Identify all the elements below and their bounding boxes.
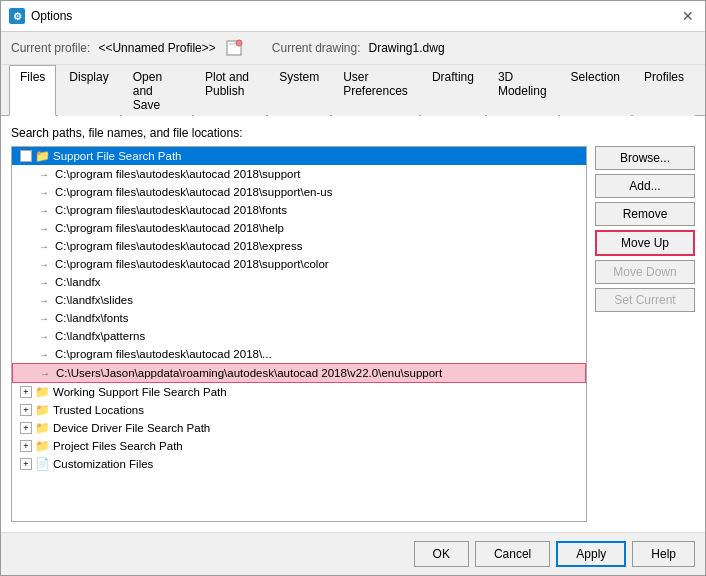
tree-item-path10[interactable]: → C:\landfx\patterns xyxy=(12,327,586,345)
folder-icon: 📁 xyxy=(34,438,50,454)
tab-system[interactable]: System xyxy=(268,65,330,116)
drawing-label: Current drawing: xyxy=(272,41,361,55)
tab-display[interactable]: Display xyxy=(58,65,119,116)
tree-item-path7[interactable]: → C:\landfx xyxy=(12,273,586,291)
options-window: ⚙ Options ✕ Current profile: <<Unnamed P… xyxy=(0,0,706,576)
add-button[interactable]: Add... xyxy=(595,174,695,198)
tree-item-label: C:\program files\autodesk\autocad 2018\e… xyxy=(55,240,302,252)
tree-item-label: C:\program files\autodesk\autocad 2018\s… xyxy=(55,258,329,270)
main-area: − 📁 Support File Search Path → C:\progra… xyxy=(11,146,695,522)
tree-item-path-highlighted[interactable]: → C:\Users\Jason\appdata\roaming\autodes… xyxy=(12,363,586,383)
expand-icon[interactable]: + xyxy=(20,404,32,416)
tree-item-label: C:\landfx\patterns xyxy=(55,330,145,342)
tree-item-label: C:\program files\autodesk\autocad 2018\f… xyxy=(55,204,287,216)
tab-open-save[interactable]: Open and Save xyxy=(122,65,192,116)
arrow-icon: → xyxy=(36,184,52,200)
file-icon: 📄 xyxy=(34,456,50,472)
arrow-icon: → xyxy=(36,220,52,236)
move-up-button[interactable]: Move Up xyxy=(595,230,695,256)
tree-item-path3[interactable]: → C:\program files\autodesk\autocad 2018… xyxy=(12,201,586,219)
tree-item-trusted[interactable]: + 📁 Trusted Locations xyxy=(12,401,586,419)
tree-item-project-files[interactable]: + 📁 Project Files Search Path xyxy=(12,437,586,455)
apply-button[interactable]: Apply xyxy=(556,541,626,567)
profile-label: Current profile: xyxy=(11,41,90,55)
tab-plot-publish[interactable]: Plot and Publish xyxy=(194,65,266,116)
arrow-icon: → xyxy=(36,202,52,218)
tree-container[interactable]: − 📁 Support File Search Path → C:\progra… xyxy=(11,146,587,522)
drawing-value: Drawing1.dwg xyxy=(369,41,445,55)
tab-selection[interactable]: Selection xyxy=(560,65,631,116)
app-icon: ⚙ xyxy=(9,8,25,24)
arrow-icon: → xyxy=(36,274,52,290)
expand-icon[interactable]: + xyxy=(20,440,32,452)
ok-button[interactable]: OK xyxy=(414,541,469,567)
tree-item-working-support[interactable]: + 📁 Working Support File Search Path xyxy=(12,383,586,401)
arrow-icon: → xyxy=(36,346,52,362)
tree-item-label: Working Support File Search Path xyxy=(53,386,227,398)
tree-item-path8[interactable]: → C:\landfx\slides xyxy=(12,291,586,309)
tree-item-label: C:\Users\Jason\appdata\roaming\autodesk\… xyxy=(56,367,442,379)
tab-files[interactable]: Files xyxy=(9,65,56,116)
tab-user-prefs[interactable]: User Preferences xyxy=(332,65,419,116)
svg-point-2 xyxy=(236,40,242,46)
tree-item-path4[interactable]: → C:\program files\autodesk\autocad 2018… xyxy=(12,219,586,237)
tree-item-label: C:\program files\autodesk\autocad 2018\s… xyxy=(55,186,332,198)
tree-item-label: C:\program files\autodesk\autocad 2018\s… xyxy=(55,168,300,180)
folder-icon: 📁 xyxy=(34,402,50,418)
expand-icon[interactable]: + xyxy=(20,386,32,398)
tree-item-path5[interactable]: → C:\program files\autodesk\autocad 2018… xyxy=(12,237,586,255)
tree-item-label: C:\landfx\slides xyxy=(55,294,133,306)
tabs-bar: Files Display Open and Save Plot and Pub… xyxy=(1,65,705,116)
tree-item-support-root[interactable]: − 📁 Support File Search Path xyxy=(12,147,586,165)
expand-icon[interactable]: + xyxy=(20,458,32,470)
tab-drafting[interactable]: Drafting xyxy=(421,65,485,116)
tab-3d-modeling[interactable]: 3D Modeling xyxy=(487,65,558,116)
arrow-icon: → xyxy=(36,310,52,326)
tree-item-customization[interactable]: + 📄 Customization Files xyxy=(12,455,586,473)
tree-item-label: Customization Files xyxy=(53,458,153,470)
footer: OK Cancel Apply Help xyxy=(1,532,705,575)
main-content: Search paths, file names, and file locat… xyxy=(1,116,705,532)
tree-item-path2[interactable]: → C:\program files\autodesk\autocad 2018… xyxy=(12,183,586,201)
help-button[interactable]: Help xyxy=(632,541,695,567)
arrow-icon: → xyxy=(36,292,52,308)
arrow-icon: → xyxy=(37,365,53,381)
arrow-icon: → xyxy=(36,256,52,272)
tree-item-label: Project Files Search Path xyxy=(53,440,183,452)
folder-icon: 📁 xyxy=(34,148,50,164)
tree-item-path6[interactable]: → C:\program files\autodesk\autocad 2018… xyxy=(12,255,586,273)
arrow-icon: → xyxy=(36,166,52,182)
window-title: Options xyxy=(31,9,72,23)
tree-item-device-driver[interactable]: + 📁 Device Driver File Search Path xyxy=(12,419,586,437)
tree-item-label: C:\landfx xyxy=(55,276,100,288)
close-button[interactable]: ✕ xyxy=(679,7,697,25)
tree-item-path1[interactable]: → C:\program files\autodesk\autocad 2018… xyxy=(12,165,586,183)
cancel-button[interactable]: Cancel xyxy=(475,541,550,567)
expand-icon[interactable]: + xyxy=(20,422,32,434)
tab-profiles[interactable]: Profiles xyxy=(633,65,695,116)
title-bar: ⚙ Options ✕ xyxy=(1,1,705,32)
arrow-icon: → xyxy=(36,328,52,344)
tree-item-label: Support File Search Path xyxy=(53,150,182,162)
tree-item-label: Trusted Locations xyxy=(53,404,144,416)
browse-button[interactable]: Browse... xyxy=(595,146,695,170)
move-down-button[interactable]: Move Down xyxy=(595,260,695,284)
folder-icon: 📁 xyxy=(34,420,50,436)
tree-item-label: C:\landfx\fonts xyxy=(55,312,129,324)
tree-item-label: C:\program files\autodesk\autocad 2018\h… xyxy=(55,222,284,234)
buttons-panel: Browse... Add... Remove Move Up Move Dow… xyxy=(595,146,695,522)
section-label: Search paths, file names, and file locat… xyxy=(11,126,695,140)
set-current-button[interactable]: Set Current xyxy=(595,288,695,312)
tree-item-label: Device Driver File Search Path xyxy=(53,422,210,434)
folder-icon: 📁 xyxy=(34,384,50,400)
title-bar-left: ⚙ Options xyxy=(9,8,72,24)
tree-item-label: C:\program files\autodesk\autocad 2018\.… xyxy=(55,348,272,360)
remove-button[interactable]: Remove xyxy=(595,202,695,226)
tree-item-path11[interactable]: → C:\program files\autodesk\autocad 2018… xyxy=(12,345,586,363)
expand-icon[interactable]: − xyxy=(20,150,32,162)
arrow-icon: → xyxy=(36,238,52,254)
tree-item-path9[interactable]: → C:\landfx\fonts xyxy=(12,309,586,327)
profile-value: <<Unnamed Profile>> xyxy=(98,41,215,55)
drawing-icon xyxy=(224,38,244,58)
profile-bar: Current profile: <<Unnamed Profile>> Cur… xyxy=(1,32,705,65)
